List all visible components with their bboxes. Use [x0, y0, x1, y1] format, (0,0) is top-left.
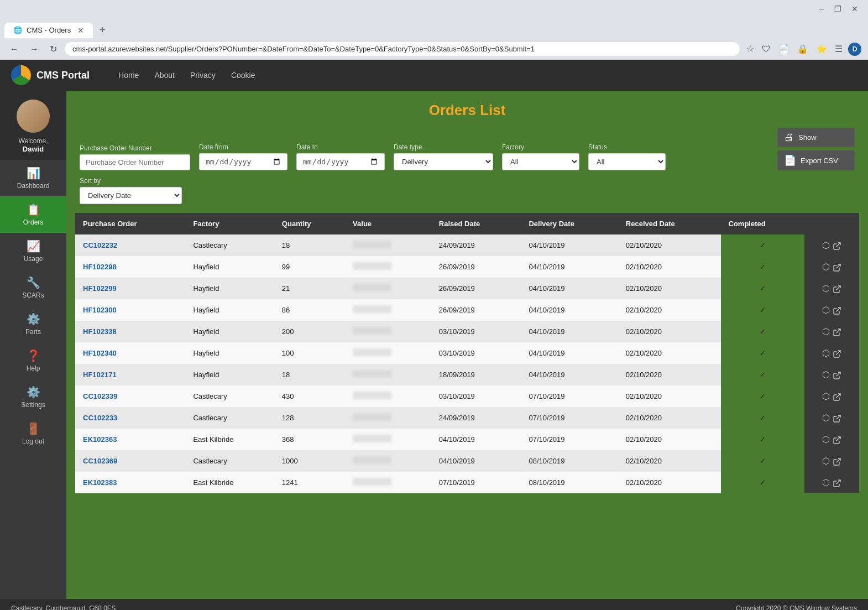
app-title: CMS Portal: [36, 70, 90, 81]
table-row: CC102233 Castlecary 128 24/09/2019 07/10…: [75, 407, 859, 429]
cell-value: [345, 364, 431, 385]
svg-line-9: [836, 437, 840, 441]
cell-qty: 1000: [274, 450, 345, 472]
external-link-icon[interactable]: ⬡: [822, 370, 841, 379]
external-link-icon[interactable]: ⬡: [822, 413, 841, 423]
external-link-icon[interactable]: ⬡: [822, 435, 841, 444]
cell-factory: Hayfield: [185, 256, 274, 278]
dashboard-icon: 📊: [27, 166, 40, 180]
close-button[interactable]: ✕: [848, 3, 861, 14]
bookmark-icon[interactable]: ☆: [744, 41, 756, 56]
sidebar-item-help[interactable]: ❓ Help: [0, 342, 66, 379]
show-button[interactable]: 🖨 Show: [777, 128, 855, 147]
sidebar-label-logout: Log out: [22, 437, 44, 445]
external-link-icon[interactable]: ⬡: [822, 392, 841, 401]
status-select[interactable]: All Open Completed: [588, 153, 666, 170]
sort-by-select[interactable]: Delivery Date Raised Date Purchase Order: [80, 187, 182, 204]
date-from-label: Date from: [199, 143, 287, 151]
po-link[interactable]: EK102383: [83, 478, 117, 487]
po-link[interactable]: HF102338: [83, 327, 117, 336]
sidebar-item-logout[interactable]: 🚪 Log out: [0, 415, 66, 452]
po-link[interactable]: EK102363: [83, 435, 117, 444]
cell-value: [345, 234, 431, 256]
show-icon: 🖨: [784, 132, 794, 143]
help-icon: ❓: [27, 349, 40, 362]
nav-cookie[interactable]: Cookie: [224, 66, 262, 84]
po-number-input[interactable]: [80, 154, 190, 170]
table-row: HF102171 Hayfield 18 18/09/2019 04/10/20…: [75, 364, 859, 385]
po-link[interactable]: HF102299: [83, 284, 117, 293]
po-link[interactable]: HF102300: [83, 306, 117, 314]
cell-delivery: 04/10/2019: [521, 234, 618, 256]
refresh-button[interactable]: ↻: [46, 41, 60, 56]
date-from-input[interactable]: [199, 153, 287, 170]
cell-qty: 99: [274, 256, 345, 278]
sidebar-item-dashboard[interactable]: 📊 Dashboard: [0, 160, 66, 196]
welcome-text: Welcome,: [18, 137, 48, 145]
sidebar-item-usage[interactable]: 📈 Usage: [0, 233, 66, 269]
cell-raised: 18/09/2019: [431, 364, 521, 385]
sort-by-group: Sort by Delivery Date Raised Date Purcha…: [80, 177, 182, 204]
extension-icon-2[interactable]: 📄: [776, 41, 792, 56]
filters-row2: Sort by Delivery Date Raised Date Purcha…: [80, 177, 855, 204]
forward-button[interactable]: →: [27, 42, 42, 56]
cell-raised: 04/10/2019: [431, 429, 521, 450]
new-tab-button[interactable]: +: [95, 22, 110, 38]
table-row: HF102338 Hayfield 200 03/10/2019 04/10/2…: [75, 321, 859, 342]
url-bar[interactable]: [65, 42, 740, 56]
po-link[interactable]: HF102340: [83, 349, 117, 357]
window-controls: ─ ❐ ✕: [0, 0, 868, 18]
cell-delivery: 04/10/2019: [521, 278, 618, 299]
table-row: EK102363 East Kilbride 368 04/10/2019 07…: [75, 429, 859, 450]
extension-icon-1[interactable]: 🛡: [760, 42, 773, 56]
cell-raised: 07/10/2019: [431, 472, 521, 493]
profile-icon[interactable]: D: [848, 43, 861, 56]
nav-about[interactable]: About: [148, 66, 181, 84]
cell-completed: ✓: [721, 299, 804, 321]
sidebar-item-settings[interactable]: ⚙️ Settings: [0, 379, 66, 415]
external-link-icon[interactable]: ⬡: [822, 241, 841, 250]
po-link[interactable]: CC102339: [83, 392, 117, 400]
nav-privacy[interactable]: Privacy: [184, 66, 222, 84]
po-link[interactable]: HF102171: [83, 371, 117, 379]
external-link-icon[interactable]: ⬡: [822, 262, 841, 272]
factory-select[interactable]: All Castlecary Hayfield East Kilbride: [502, 153, 579, 170]
table-row: CC102339 Castlecary 430 03/10/2019 07/10…: [75, 385, 859, 407]
external-link-icon[interactable]: ⬡: [822, 284, 841, 293]
cell-received: 02/10/2020: [618, 385, 721, 407]
cell-value: [345, 385, 431, 407]
sidebar-item-scars[interactable]: 🔧 SCARs: [0, 269, 66, 306]
minimize-button[interactable]: ─: [815, 3, 828, 14]
action-buttons: 🖨 Show 📄 Export CSV: [777, 128, 855, 170]
active-tab[interactable]: 🌐 CMS - Orders ✕: [4, 23, 93, 38]
cell-po: HF102340: [75, 342, 185, 364]
external-link-icon[interactable]: ⬡: [822, 456, 841, 466]
external-link-icon[interactable]: ⬡: [822, 305, 841, 315]
po-link[interactable]: CC102233: [83, 414, 117, 422]
tab-close-button[interactable]: ✕: [77, 26, 84, 35]
restore-button[interactable]: ❐: [831, 3, 845, 14]
export-icon: 📄: [784, 154, 796, 166]
extension-icon-5[interactable]: ☰: [833, 41, 845, 56]
cell-po: CC102339: [75, 385, 185, 407]
external-link-icon[interactable]: ⬡: [822, 327, 841, 336]
sidebar-item-parts[interactable]: ⚙️ Parts: [0, 306, 66, 342]
date-type-select[interactable]: Delivery Raised Received: [394, 153, 493, 170]
sidebar-item-orders[interactable]: 📋 Orders: [0, 196, 66, 233]
col-quantity: Quantity: [274, 213, 345, 234]
nav-home[interactable]: Home: [112, 66, 145, 84]
extension-icon-4[interactable]: ⭐: [814, 41, 829, 56]
extension-icon-3[interactable]: 🔒: [795, 41, 811, 56]
cell-action: ⬡: [804, 407, 859, 429]
external-link-icon[interactable]: ⬡: [822, 478, 841, 487]
sidebar-label-settings: Settings: [21, 401, 45, 409]
po-link[interactable]: CC102232: [83, 241, 117, 249]
parts-icon: ⚙️: [27, 312, 40, 326]
back-button[interactable]: ←: [7, 42, 22, 56]
po-link[interactable]: CC102369: [83, 457, 117, 465]
cell-received: 02/10/2020: [618, 364, 721, 385]
external-link-icon[interactable]: ⬡: [822, 348, 841, 358]
po-link[interactable]: HF102298: [83, 263, 117, 271]
export-csv-button[interactable]: 📄 Export CSV: [777, 150, 855, 170]
date-to-input[interactable]: [296, 153, 385, 170]
